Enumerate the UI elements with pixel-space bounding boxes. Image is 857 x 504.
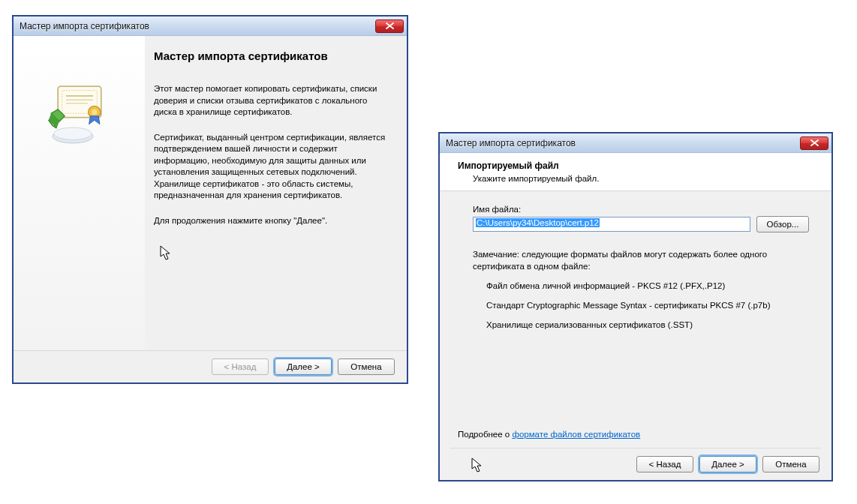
close-button[interactable] [800, 136, 828, 150]
close-button[interactable] [375, 20, 404, 33]
page-title: Импортируемый файл [458, 160, 812, 171]
format-item: Файл обмена личной информацией - PKCS #1… [473, 281, 809, 290]
wizard-continue-hint: Для продолжения нажмите кнопку "Далее". [154, 215, 389, 227]
button-row: < Назад Далее > Отмена [14, 351, 407, 382]
next-button[interactable]: Далее > [275, 358, 332, 375]
more-info-row: Подробнее о формате файлов сертификатов [440, 430, 831, 443]
wizard-heading: Мастер импорта сертификатов [154, 50, 389, 62]
window-title: Мастер импорта сертификатов [446, 138, 800, 148]
cert-wizard-welcome-dialog: Мастер импорта сертификатов [12, 15, 408, 384]
titlebar[interactable]: Мастер импорта сертификатов [440, 134, 831, 153]
close-icon [386, 22, 394, 29]
titlebar[interactable]: Мастер импорта сертификатов [14, 16, 407, 36]
cancel-button[interactable]: Отмена [338, 358, 395, 375]
formats-list: Файл обмена личной информацией - PKCS #1… [473, 281, 809, 329]
format-item: Стандарт Cryptographic Message Syntax - … [473, 301, 809, 310]
filename-label: Имя файла: [473, 205, 809, 214]
back-button: < Назад [212, 358, 269, 375]
svg-point-6 [92, 110, 97, 115]
format-item: Хранилище сериализованных сертификатов (… [473, 320, 809, 329]
formats-note: Замечание: следующие форматы файлов могу… [473, 249, 809, 272]
browse-button[interactable]: Обзор... [756, 216, 809, 232]
window-title: Мастер импорта сертификатов [20, 21, 375, 32]
filename-input[interactable]: C:\Users\py34\Desktop\cert.p12 [473, 217, 750, 232]
cancel-button[interactable]: Отмена [762, 456, 819, 472]
wizard-sidebar [14, 36, 145, 350]
more-info-prefix: Подробнее о [458, 430, 512, 439]
next-button[interactable]: Далее > [699, 456, 756, 472]
svg-point-8 [53, 128, 91, 140]
page-header: Импортируемый файл Укажите импортируемый… [440, 153, 831, 191]
button-row: < Назад Далее > Отмена [440, 448, 831, 480]
close-icon [810, 140, 819, 146]
certificate-icon [46, 81, 113, 148]
cert-wizard-file-dialog: Мастер импорта сертификатов Импортируемы… [438, 132, 833, 482]
wizard-intro-text-2: Сертификат, выданный центром сертификаци… [154, 132, 389, 202]
more-info-link[interactable]: формате файлов сертификатов [512, 430, 640, 439]
back-button[interactable]: < Назад [636, 456, 693, 472]
page-subtitle: Укажите импортируемый файл. [458, 174, 812, 183]
wizard-intro-text-1: Этот мастер помогает копировать сертифик… [154, 83, 389, 118]
